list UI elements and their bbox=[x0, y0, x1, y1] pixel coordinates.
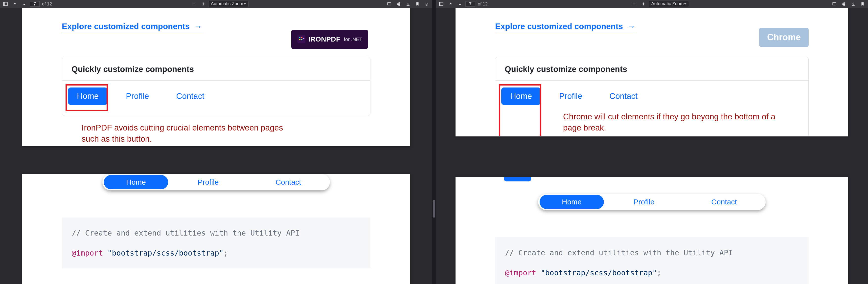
tab-contact[interactable]: Contact bbox=[601, 88, 647, 105]
arrow-right-icon: → bbox=[194, 22, 202, 31]
annotation-text: IronPDF avoids cutting crucial elements … bbox=[62, 122, 289, 144]
code-string: "bootstrap/scss/bootstrap" bbox=[107, 249, 224, 257]
svg-rect-25 bbox=[852, 5, 855, 6]
code-block: // Create and extend utilities with the … bbox=[62, 218, 370, 269]
svg-rect-14 bbox=[301, 39, 303, 40]
link-text: Explore customized components bbox=[62, 22, 190, 31]
presentation-icon[interactable] bbox=[830, 0, 838, 7]
pill-profile[interactable]: Profile bbox=[168, 175, 248, 189]
pdf-page: Explore customized components → Chrome Q… bbox=[456, 8, 848, 136]
svg-rect-5 bbox=[388, 2, 391, 5]
svg-rect-17 bbox=[439, 2, 440, 6]
pill-nav: Home Profile Contact bbox=[538, 194, 766, 210]
svg-rect-18 bbox=[633, 4, 636, 4]
download-icon[interactable] bbox=[849, 0, 857, 7]
code-block: // Create and extend utilities with the … bbox=[495, 237, 809, 284]
code-keyword: @import bbox=[505, 269, 536, 277]
pill-contact[interactable]: Contact bbox=[684, 195, 764, 209]
annotation-text: Chrome will cut elements if they go beyo… bbox=[563, 111, 781, 133]
tab-list: Home Profile Contact bbox=[68, 88, 364, 105]
presentation-icon[interactable] bbox=[385, 0, 393, 7]
print-icon[interactable] bbox=[840, 0, 848, 7]
tab-home[interactable]: Home bbox=[68, 88, 107, 105]
svg-rect-15 bbox=[303, 38, 304, 39]
ironpdf-badge: IRONPDF for .NET bbox=[291, 30, 368, 49]
customize-card: Quickly customize components Home Profil… bbox=[495, 57, 809, 136]
page-down-icon[interactable] bbox=[456, 0, 464, 7]
cut-button-sliver bbox=[504, 177, 531, 182]
sidebar-toggle-icon[interactable] bbox=[1, 0, 9, 7]
code-string: "bootstrap/scss/bootstrap" bbox=[540, 269, 657, 277]
pdf-toolbar: of 12 Automatic Zoom bbox=[0, 0, 432, 8]
bookmark-icon[interactable] bbox=[859, 0, 867, 7]
svg-rect-23 bbox=[843, 2, 845, 3]
svg-rect-21 bbox=[833, 2, 836, 5]
zoom-select[interactable]: Automatic Zoom bbox=[649, 1, 689, 7]
code-keyword: @import bbox=[72, 249, 103, 257]
customize-card: Quickly customize components Home Profil… bbox=[62, 57, 370, 116]
pdf-toolbar: of 12 Automatic Zoom bbox=[436, 0, 868, 8]
code-punct: ; bbox=[657, 269, 661, 277]
tab-contact[interactable]: Contact bbox=[167, 88, 213, 105]
code-punct: ; bbox=[223, 249, 228, 257]
ironpdf-badge-title: IRONPDF bbox=[308, 35, 341, 43]
zoom-out-icon[interactable] bbox=[630, 0, 638, 7]
explore-components-link[interactable]: Explore customized components → bbox=[62, 22, 202, 32]
sidebar-toggle-icon[interactable] bbox=[437, 0, 445, 7]
pill-contact[interactable]: Contact bbox=[248, 175, 329, 189]
pill-profile[interactable]: Profile bbox=[604, 195, 684, 209]
download-icon[interactable] bbox=[404, 0, 412, 7]
code-line: @import "bootstrap/scss/bootstrap"; bbox=[72, 246, 361, 260]
svg-rect-4 bbox=[203, 2, 203, 5]
svg-rect-22 bbox=[842, 3, 845, 5]
svg-rect-11 bbox=[299, 37, 301, 38]
code-line: @import "bootstrap/scss/bootstrap"; bbox=[505, 266, 799, 280]
pill-home[interactable]: Home bbox=[104, 175, 168, 189]
zoom-select[interactable]: Automatic Zoom bbox=[209, 1, 249, 7]
tab-home[interactable]: Home bbox=[501, 88, 541, 105]
pill-nav: Home Profile Contact bbox=[102, 174, 330, 190]
svg-rect-24 bbox=[843, 5, 845, 5]
page-number-input[interactable] bbox=[30, 1, 39, 7]
tools-icon[interactable] bbox=[423, 0, 431, 7]
zoom-in-icon[interactable] bbox=[199, 0, 207, 7]
page-number-input[interactable] bbox=[465, 1, 475, 7]
svg-rect-20 bbox=[643, 2, 644, 5]
svg-rect-9 bbox=[407, 5, 409, 6]
pill-home[interactable]: Home bbox=[539, 195, 604, 209]
pdf-page: Home Profile Contact // Create and exten… bbox=[22, 174, 410, 284]
svg-rect-12 bbox=[301, 37, 303, 38]
explore-components-link[interactable]: Explore customized components → bbox=[495, 22, 635, 32]
page-up-icon[interactable] bbox=[446, 0, 455, 7]
pdf-page: Explore customized components → IRONPDF … bbox=[22, 8, 410, 146]
bookmark-icon[interactable] bbox=[413, 0, 422, 7]
zoom-in-icon[interactable] bbox=[640, 0, 647, 7]
zoom-out-icon[interactable] bbox=[190, 0, 198, 7]
page-total-label: of 12 bbox=[42, 1, 52, 7]
pane-divider[interactable] bbox=[432, 0, 436, 284]
card-title: Quickly customize components bbox=[495, 57, 808, 81]
tab-list: Home Profile Contact bbox=[501, 88, 803, 105]
svg-rect-1 bbox=[3, 2, 5, 6]
page-up-icon[interactable] bbox=[11, 0, 19, 7]
svg-rect-2 bbox=[192, 4, 195, 4]
code-comment: // Create and extend utilities with the … bbox=[505, 246, 799, 260]
tab-profile[interactable]: Profile bbox=[117, 88, 158, 105]
ironpdf-logo-icon bbox=[297, 35, 306, 44]
arrow-right-icon: → bbox=[627, 22, 635, 31]
svg-rect-7 bbox=[398, 2, 400, 3]
tab-profile[interactable]: Profile bbox=[550, 88, 591, 105]
page-down-icon[interactable] bbox=[20, 0, 28, 7]
card-title: Quickly customize components bbox=[62, 57, 370, 81]
link-text: Explore customized components bbox=[495, 22, 623, 31]
code-comment: // Create and extend utilities with the … bbox=[72, 226, 361, 240]
chrome-badge: Chrome bbox=[759, 28, 809, 47]
ironpdf-badge-sub: for .NET bbox=[344, 37, 362, 42]
print-icon[interactable] bbox=[395, 0, 403, 7]
svg-rect-13 bbox=[299, 39, 301, 40]
svg-rect-8 bbox=[398, 5, 400, 5]
page-total-label: of 12 bbox=[478, 1, 488, 7]
pdf-page: Home Profile Contact // Create and exten… bbox=[456, 177, 848, 284]
svg-rect-6 bbox=[397, 3, 400, 5]
